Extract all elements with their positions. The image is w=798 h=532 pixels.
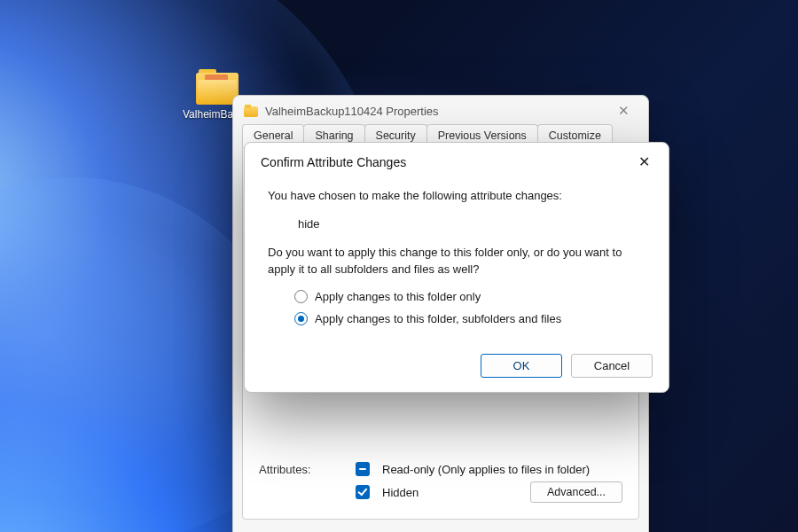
radio-icon [294, 312, 308, 325]
folder-icon [244, 105, 258, 117]
close-icon[interactable]: ✕ [607, 103, 639, 119]
confirm-change: hide [298, 216, 645, 232]
confirm-intro: You have chosen to make the following at… [268, 188, 645, 204]
radio-option-folder-only[interactable]: Apply changes to this folder only [294, 290, 645, 303]
cancel-button[interactable]: Cancel [571, 354, 653, 378]
advanced-button[interactable]: Advanced... [530, 481, 622, 503]
properties-title: ValheimBackup110424 Properties [265, 105, 439, 118]
attributes-label: Attributes: [259, 463, 343, 476]
ok-button[interactable]: OK [481, 354, 562, 378]
hidden-label: Hidden [382, 486, 419, 499]
checkbox-readonly[interactable] [356, 462, 370, 476]
radio-label-recursive: Apply changes to this folder, subfolders… [315, 312, 561, 325]
confirm-titlebar[interactable]: Confirm Attribute Changes ✕ [245, 143, 669, 177]
radio-option-recursive[interactable]: Apply changes to this folder, subfolders… [294, 312, 645, 325]
radio-label-folder-only: Apply changes to this folder only [315, 290, 481, 303]
properties-titlebar[interactable]: ValheimBackup110424 Properties ✕ [233, 96, 648, 124]
checkbox-hidden[interactable] [356, 485, 370, 499]
confirm-question: Do you want to apply this change to this… [268, 245, 645, 277]
radio-icon [294, 290, 308, 303]
confirm-dialog: Confirm Attribute Changes ✕ You have cho… [244, 142, 669, 393]
confirm-title: Confirm Attribute Changes [261, 155, 406, 169]
readonly-label: Read-only (Only applies to files in fold… [382, 463, 590, 476]
close-icon[interactable]: ✕ [628, 153, 660, 170]
